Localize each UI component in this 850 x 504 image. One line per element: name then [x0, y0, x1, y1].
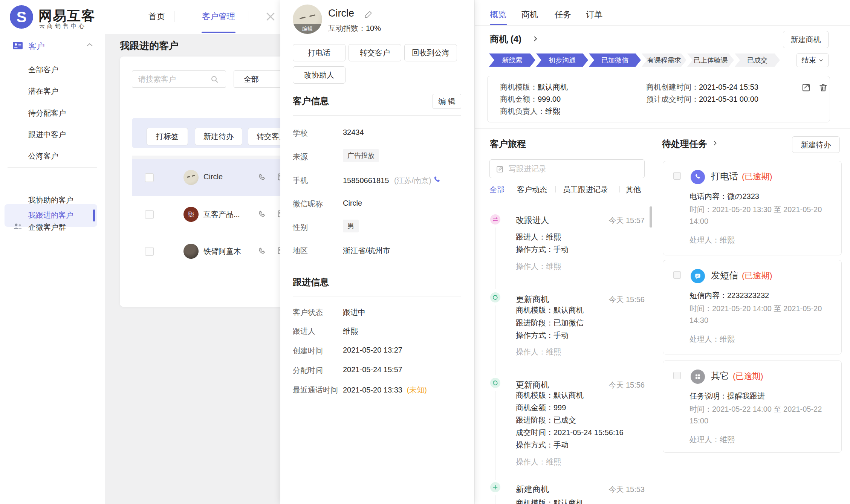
chevron-right-icon[interactable]	[532, 35, 539, 42]
overview-panel: 概览 商机 任务 订单 商机 (4) 新建商机 新线索 初步沟通 已加微信 有课…	[474, 0, 850, 504]
task-overdue-badge: (已逾期)	[733, 371, 763, 381]
avatar	[183, 244, 199, 259]
row-checkbox[interactable]	[145, 210, 154, 219]
call-button[interactable]: 打电话	[293, 44, 346, 61]
opportunity-card: 商机模版：默认商机 商机金额：999.00 商机负责人：维熙 商机创建时间：20…	[487, 76, 830, 122]
task-card: 其它(已逾期) 任务说明：提醒我跟进 时间：2021-05-22 14:00 至…	[663, 360, 842, 453]
field-label: 跟进人	[293, 326, 315, 336]
call-icon[interactable]	[258, 247, 267, 256]
field-value: 2021-05-24 15:57	[343, 365, 402, 374]
swap-icon	[490, 214, 500, 225]
opportunity-section-title[interactable]: 商机 (4)	[490, 33, 521, 45]
journey-entry-title: 新建商机	[516, 484, 549, 495]
follow-note-input[interactable]	[508, 160, 640, 177]
edit-opportunity-icon[interactable]	[801, 82, 811, 92]
table-row[interactable]: 铁臂阿童木	[132, 233, 300, 270]
sidebar: 客户 全部客户 潜在客户 待分配客户 跟进中客户 公海客户 我跟进的客户 我协助…	[0, 34, 105, 504]
task-time: 时间：2021-05-20 13:30 至 2021-05-20 14:00	[689, 204, 837, 227]
refresh-icon	[490, 292, 500, 302]
nav-home[interactable]: 首页	[142, 0, 172, 33]
stage-wechat-added[interactable]: 已加微信	[589, 53, 641, 67]
opp-field-value: 维熙	[545, 107, 560, 115]
journey-entry-line: 跟进阶段：已加微信	[516, 318, 584, 328]
row-checkbox[interactable]	[145, 247, 154, 256]
table-row[interactable]: 熙 互客产品...	[132, 196, 300, 233]
field-value: 维熙	[343, 326, 358, 336]
field-label: 来源	[293, 152, 308, 162]
stage-trial-lesson[interactable]: 已上体验课	[687, 53, 734, 67]
task-checkbox[interactable]	[673, 372, 681, 379]
call-icon[interactable]	[258, 173, 267, 182]
close-icon[interactable]	[264, 10, 277, 23]
search-icon[interactable]	[210, 75, 219, 84]
sidebar-item-my-assisted-customers[interactable]: 我协助的客户	[28, 195, 73, 205]
sidebar-item-potential-customers[interactable]: 潜在客户	[28, 86, 58, 96]
journey-filter-all[interactable]: 全部	[489, 185, 504, 195]
chevron-up-icon[interactable]	[86, 42, 93, 47]
last-call-status: (未知)	[407, 386, 427, 394]
avatar-edit-overlay[interactable]: 编辑	[293, 24, 322, 34]
journey-entry-line: 操作方式：手动	[516, 440, 569, 450]
group-icon	[13, 222, 23, 231]
tag-button[interactable]: 打标签	[147, 128, 188, 145]
scrollbar-thumb[interactable]	[650, 206, 652, 228]
recycle-button[interactable]: 回收到公海	[404, 44, 457, 61]
journey-entry-line: 商机模版：默认商机	[516, 390, 584, 400]
phone-icon[interactable]	[433, 176, 442, 185]
journey-entry-operator: 操作人：维熙	[516, 457, 561, 467]
avatar	[183, 170, 199, 185]
sidebar-item-public-sea-customers[interactable]: 公海客户	[28, 151, 58, 161]
delete-opportunity-icon[interactable]	[818, 82, 828, 92]
field-label: 地区	[293, 246, 308, 256]
end-stage-label: 结束	[802, 55, 816, 65]
task-owner: 处理人：维熙	[689, 334, 735, 344]
tasks-title[interactable]: 待处理任务	[662, 138, 707, 150]
plus-icon	[490, 482, 500, 492]
sidebar-item-wecom-customer-groups[interactable]: 企微客户群	[28, 222, 66, 232]
journey-filter-other[interactable]: 其他	[626, 185, 641, 195]
tab-orders[interactable]: 订单	[586, 9, 602, 20]
journey-filter-staff-records[interactable]: 员工跟进记录	[563, 185, 608, 195]
sidebar-item-following-customers[interactable]: 跟进中客户	[28, 130, 66, 140]
task-time: 时间：2021-05-20 14:00 至 2021-05-20 14:30	[689, 303, 837, 326]
journey-entry-line: 商机模版：默认商机	[516, 498, 584, 504]
edit-name-icon[interactable]	[364, 11, 372, 19]
tabs-divider	[475, 25, 850, 26]
transfer-button[interactable]: 转交客户	[349, 44, 401, 61]
sidebar-section-customers[interactable]: 客户	[28, 41, 45, 52]
change-assistant-button[interactable]: 改协助人	[293, 66, 346, 84]
sidebar-item-all-customers[interactable]: 全部客户	[28, 65, 58, 75]
new-todo-button[interactable]: 新建待办	[195, 128, 242, 145]
stage-closed-won[interactable]: 已成交	[735, 53, 780, 67]
chevron-right-icon[interactable]	[712, 140, 718, 146]
row-checkbox[interactable]	[145, 173, 154, 182]
stage-new-lead[interactable]: 新线索	[489, 53, 535, 67]
new-opportunity-button[interactable]: 新建商机	[783, 31, 829, 48]
opp-field-label: 预计成交时间：	[646, 95, 699, 103]
task-title: 发短信	[711, 270, 738, 280]
edit-info-button[interactable]: 编 辑	[433, 94, 461, 109]
stage-course-need[interactable]: 有课程需求	[642, 53, 686, 67]
last-call-time: 2021-05-20 13:33	[343, 386, 402, 394]
opp-field-value: 默认商机	[538, 83, 568, 91]
field-label: 创建时间	[293, 346, 323, 356]
table-row[interactable]: Circle	[132, 159, 300, 196]
journey-entry-line: 商机金额：999	[516, 403, 566, 413]
end-stage-button[interactable]: 结束	[796, 53, 829, 67]
tab-tasks[interactable]: 任务	[555, 9, 571, 20]
follow-note-inputbox	[489, 159, 645, 178]
field-label: 微信昵称	[293, 199, 323, 209]
stage-initial-contact[interactable]: 初步沟通	[536, 53, 588, 67]
journey-entry-time: 今天 15:56	[580, 380, 645, 390]
customer-avatar[interactable]: 编辑	[293, 5, 322, 34]
sidebar-item-unassigned-customers[interactable]: 待分配客户	[28, 108, 66, 118]
opp-field-value: 999.00	[538, 95, 561, 103]
task-checkbox[interactable]	[673, 271, 681, 279]
nav-customer-management[interactable]: 客户管理	[202, 0, 235, 33]
task-checkbox[interactable]	[673, 172, 681, 180]
tab-opportunities[interactable]: 商机	[521, 9, 538, 20]
call-icon[interactable]	[258, 210, 267, 219]
new-task-button[interactable]: 新建待办	[792, 136, 840, 153]
tab-overview[interactable]: 概览	[490, 9, 506, 20]
journey-filter-customer-activity[interactable]: 客户动态	[517, 185, 547, 195]
